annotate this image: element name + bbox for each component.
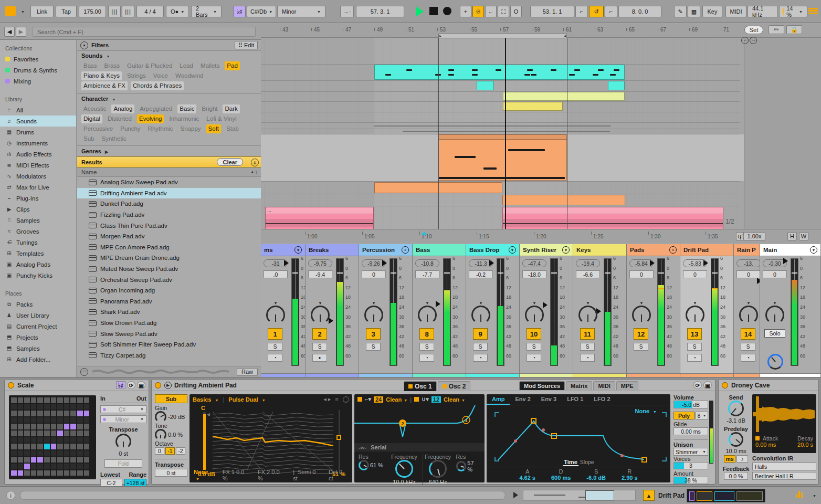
scale-grid-cell[interactable] bbox=[64, 444, 70, 449]
predelay-knob[interactable] bbox=[729, 432, 743, 447]
scale-grid-cell[interactable] bbox=[31, 464, 37, 469]
browser-result-item[interactable]: MPE Dream Grain Drone.adg bbox=[77, 253, 261, 264]
wt-semi-value[interactable]: |Semi 0 st bbox=[293, 469, 321, 481]
env-tab-lfo-[interactable]: LFO 2 bbox=[588, 394, 615, 405]
channel-fader-value[interactable]: 0 bbox=[683, 270, 707, 278]
osc-transpose-value[interactable]: 0 st bbox=[155, 469, 187, 477]
scale-grid-cell-active[interactable] bbox=[70, 424, 76, 429]
mixer-channel-keys[interactable]: Keys-19.4-6.66061218243036424860▼11S◔ bbox=[573, 244, 627, 377]
sidebar-item-midi-effects[interactable]: ≣MIDI Effects bbox=[0, 160, 76, 171]
browser-forward-button[interactable]: ▶ bbox=[16, 27, 26, 37]
adsr-param-value[interactable]: 4.62 s bbox=[519, 475, 535, 481]
scale-grid-cell[interactable] bbox=[44, 457, 50, 463]
scale-grid-cell[interactable] bbox=[24, 450, 30, 456]
scale-grid-cell[interactable] bbox=[64, 464, 70, 469]
play-button[interactable] bbox=[416, 6, 424, 17]
sounds-filter-tag[interactable]: Ambience & FX bbox=[81, 81, 128, 90]
sounds-filter-tag[interactable]: Voice bbox=[151, 71, 170, 80]
add-locator-button[interactable]: + bbox=[460, 6, 471, 17]
scale-grid-cell[interactable] bbox=[18, 424, 24, 429]
reverb-titlebar[interactable]: Droney Cave bbox=[719, 380, 818, 391]
monitor-button[interactable]: ● bbox=[312, 354, 327, 362]
scale-grid-cell[interactable] bbox=[57, 444, 63, 449]
channel-meter[interactable] bbox=[390, 258, 397, 366]
scale-grid-cell[interactable] bbox=[24, 417, 30, 423]
wt-effect-mode-menu[interactable]: None ▼ bbox=[194, 469, 215, 481]
character-filter-tag[interactable]: Percussive bbox=[81, 124, 115, 133]
loop-brace[interactable]: ▸◂ bbox=[438, 34, 567, 38]
track-number-button[interactable]: 2 bbox=[312, 328, 327, 340]
scale-grid-cell[interactable] bbox=[70, 430, 76, 436]
scale-grid-cell[interactable] bbox=[31, 404, 37, 410]
solo-button[interactable]: S bbox=[366, 343, 381, 351]
scale-grid-cell[interactable] bbox=[24, 444, 30, 449]
pan-knob[interactable] bbox=[311, 306, 330, 324]
channel-header[interactable]: Keys bbox=[573, 244, 626, 256]
scale-grid-cell[interactable] bbox=[57, 404, 63, 410]
punch-out-button[interactable]: ⌐ bbox=[605, 6, 617, 17]
scale-grid-cell[interactable] bbox=[31, 430, 37, 436]
sidebar-item-max-for-live[interactable]: ⇄Max for Live bbox=[0, 182, 76, 193]
character-filter-tag[interactable]: Digital bbox=[81, 114, 102, 123]
scale-grid-cell-active[interactable] bbox=[24, 464, 30, 469]
channel-peak-value[interactable]: -10.8 bbox=[415, 259, 439, 267]
track-number-button[interactable]: 1 bbox=[268, 328, 282, 340]
device-tab-matrix[interactable]: Matrix bbox=[566, 381, 592, 390]
arrangement-clip[interactable] bbox=[438, 134, 567, 181]
fader-handle[interactable] bbox=[650, 260, 655, 266]
channel-peak-value[interactable]: -19.4 bbox=[576, 259, 600, 267]
filter1-slope-badge[interactable]: 24 bbox=[374, 396, 383, 403]
env-slope-tab[interactable]: Slope bbox=[580, 459, 594, 465]
scale-grid-cell[interactable] bbox=[24, 397, 30, 403]
predelay-sync-button[interactable]: ♪ bbox=[736, 455, 748, 463]
chain-play-icon[interactable] bbox=[513, 492, 518, 498]
scale-grid-cell[interactable] bbox=[70, 470, 76, 476]
cpu-meter[interactable]: 14 %▼ bbox=[779, 6, 807, 17]
scale-grid-cell[interactable] bbox=[84, 450, 90, 456]
sounds-filter-heading[interactable]: Sounds ▼ bbox=[77, 51, 261, 60]
scale-grid-cell[interactable] bbox=[57, 411, 63, 416]
adsr-param-d[interactable]: D600 ms bbox=[551, 468, 571, 481]
tone-knob[interactable] bbox=[155, 429, 166, 440]
scale-root-menu[interactable]: C#▼ bbox=[100, 405, 146, 413]
loop-start-field[interactable]: 53. 1. 1 bbox=[530, 6, 574, 17]
scale-grid-cell[interactable] bbox=[44, 450, 50, 456]
sounds-filter-tag[interactable]: Woodwind bbox=[173, 71, 206, 80]
arrangement-clip[interactable] bbox=[374, 65, 625, 80]
scale-grid-cell[interactable] bbox=[24, 424, 30, 429]
hot-swap-icon[interactable]: ⟳ bbox=[127, 381, 135, 389]
scale-grid-cell[interactable] bbox=[37, 437, 43, 443]
fader-handle[interactable] bbox=[329, 318, 333, 324]
channel-fader-value[interactable]: .0 bbox=[264, 270, 288, 278]
scale-grid-cell[interactable] bbox=[70, 411, 76, 416]
loop-length-field[interactable]: 8. 0. 0 bbox=[618, 6, 661, 17]
sub-button[interactable]: Sub bbox=[155, 394, 187, 403]
channel-fader-value[interactable]: 0 bbox=[736, 270, 760, 278]
browser-result-item[interactable]: Fizzling Pad.adv bbox=[77, 209, 261, 220]
sounds-filter-tag[interactable]: Mallets bbox=[198, 61, 222, 70]
solo-button[interactable]: S bbox=[741, 343, 755, 351]
scale-grid-cell[interactable] bbox=[44, 424, 50, 429]
adsr-param-value[interactable]: -6.0 dB bbox=[586, 475, 606, 481]
scale-grid-cell[interactable] bbox=[77, 417, 83, 423]
sidebar-item-instruments[interactable]: ◷Instruments bbox=[0, 138, 76, 149]
channel-meter[interactable] bbox=[497, 258, 504, 366]
scale-grid-cell[interactable] bbox=[51, 430, 57, 436]
monitor-button[interactable]: ◔ bbox=[527, 354, 541, 362]
channel-meter[interactable] bbox=[291, 258, 299, 366]
env-tab-env-[interactable]: Env 3 bbox=[536, 394, 562, 405]
filters-edit-button[interactable]: ⠿ Edit bbox=[235, 41, 258, 49]
sidebar-item-plug-ins[interactable]: ⌁Plug-Ins bbox=[0, 193, 76, 204]
scale-grid-cell[interactable] bbox=[18, 430, 24, 436]
mixer-channel-ms[interactable]: ms▼-31.06061218243036424860▼1S◔ bbox=[261, 244, 306, 377]
scale-grid-cell[interactable] bbox=[18, 457, 24, 463]
key-scale-menu[interactable]: Minor▼ bbox=[277, 6, 325, 17]
scale-grid-cell[interactable] bbox=[77, 397, 83, 403]
sidebar-item-all[interactable]: ≡All bbox=[0, 104, 76, 116]
browser-result-item[interactable]: Morgen Pad.adv bbox=[77, 231, 261, 242]
browser-result-item[interactable]: Glass Thin Pure Pad.adv bbox=[77, 220, 261, 231]
link-button[interactable]: Link bbox=[30, 6, 54, 17]
pan-knob[interactable] bbox=[418, 306, 437, 324]
scale-grid-cell[interactable] bbox=[31, 424, 37, 429]
pan-knob[interactable] bbox=[525, 306, 544, 324]
